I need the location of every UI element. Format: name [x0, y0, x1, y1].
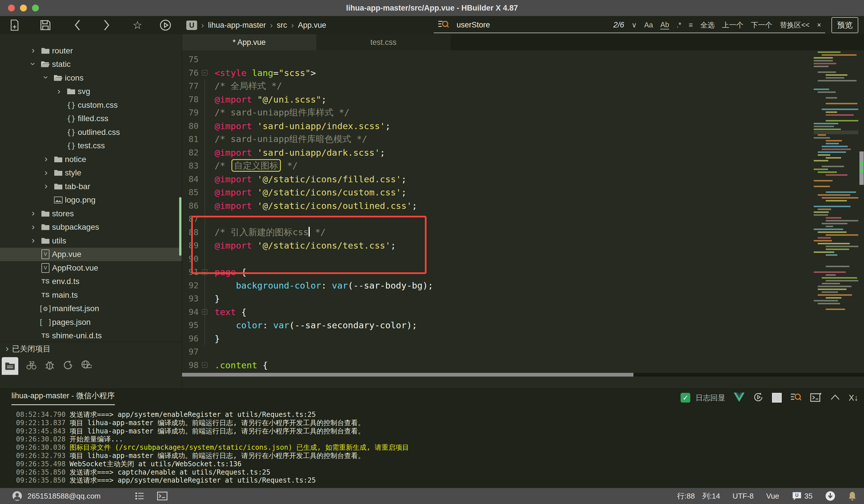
- search-input[interactable]: userStore: [457, 21, 490, 29]
- tab-app-vue[interactable]: * App.vue: [182, 34, 316, 50]
- tree-item-pages.json[interactable]: [ ]pages.json: [0, 315, 182, 329]
- minimap[interactable]: [814, 49, 858, 317]
- outline-list-icon[interactable]: [135, 492, 145, 500]
- cursor-line-indicator[interactable]: 行:88: [677, 491, 695, 501]
- tree-item-router[interactable]: ›router: [0, 44, 182, 58]
- code-line-95[interactable]: 95 color: var(--sar-secondary-color);: [182, 319, 810, 332]
- debug-view-button[interactable]: [40, 360, 59, 370]
- back-button[interactable]: [71, 19, 84, 32]
- chevron-right-icon[interactable]: ›: [27, 45, 39, 56]
- tree-item-test.css[interactable]: {}test.css: [0, 139, 182, 153]
- tree-item-shime-uni.d.ts[interactable]: TSshime-uni.d.ts: [0, 329, 182, 342]
- code-line-82[interactable]: 82@import 'sard-uniapp/dark.scss';: [182, 146, 810, 159]
- code-line-77[interactable]: 77/* 全局样式 */: [182, 80, 810, 93]
- account-icon[interactable]: [12, 491, 22, 501]
- code-line-91[interactable]: 91−page {: [182, 265, 810, 279]
- breadcrumb-file[interactable]: App.vue: [298, 21, 326, 30]
- code-line-94[interactable]: 94−text {: [182, 305, 810, 319]
- chevron-right-icon[interactable]: ›: [40, 154, 52, 164]
- log-echo-checkbox[interactable]: ✓: [681, 393, 690, 403]
- code-line-81[interactable]: 81/* sard-uniapp组件库暗色模式 */: [182, 133, 810, 146]
- run-button[interactable]: [159, 19, 172, 32]
- code-line-75[interactable]: 75: [182, 53, 810, 66]
- new-file-button[interactable]: [8, 19, 21, 32]
- code-line-84[interactable]: 84@import '@/static/icons/filled.css';: [182, 172, 810, 186]
- code-line-88[interactable]: 88/* 引入新建的图标css */: [182, 226, 810, 239]
- code-line-78[interactable]: 78@import "@/uni.scss";: [182, 93, 810, 106]
- tree-item-stores[interactable]: ›stores: [0, 207, 182, 220]
- forward-button[interactable]: [100, 19, 113, 32]
- tree-item-notice[interactable]: ›notice: [0, 153, 182, 166]
- messages-button[interactable]: U 35: [792, 491, 813, 501]
- tree-item-manifest.json[interactable]: [⚙]manifest.json: [0, 302, 182, 316]
- chevron-right-icon[interactable]: ›: [27, 235, 39, 245]
- select-all-button[interactable]: 全选: [700, 20, 715, 30]
- tree-item-main.ts[interactable]: TSmain.ts: [0, 288, 182, 302]
- tree-item-env.d.ts[interactable]: TSenv.d.ts: [0, 275, 182, 289]
- sync-view-button[interactable]: [59, 360, 77, 370]
- terminal-icon[interactable]: [157, 491, 167, 501]
- sidebar-scrollbar[interactable]: [179, 197, 181, 256]
- restart-icon[interactable]: [753, 392, 764, 404]
- stop-button[interactable]: [772, 393, 782, 403]
- tree-item-utils[interactable]: ›utils: [0, 234, 182, 248]
- code-line-97[interactable]: 97: [182, 345, 810, 359]
- closed-projects-row[interactable]: › 已关闭项目: [0, 342, 182, 356]
- code-line-85[interactable]: 85@import '@/static/icons/custom.css';: [182, 186, 810, 199]
- code-line-89[interactable]: 89@import '@/static/icons/test.css';: [182, 239, 810, 252]
- fold-marker-icon[interactable]: −: [199, 269, 211, 275]
- code-line-76[interactable]: 76−<style lang="scss">: [182, 66, 810, 80]
- in-selection-toggle[interactable]: ≡: [689, 21, 693, 29]
- match-case-toggle[interactable]: Aa: [644, 21, 653, 29]
- code-line-83[interactable]: 83/* 自定义图标 */: [182, 159, 810, 172]
- fold-marker-icon[interactable]: −: [199, 70, 211, 75]
- horizontal-scroll-thumb[interactable]: [182, 373, 634, 376]
- tree-item-static[interactable]: ›static: [0, 58, 182, 71]
- code-line-92[interactable]: 92 background-color: var(--sar-body-bg);: [182, 279, 810, 292]
- breadcrumb-folder[interactable]: src: [277, 21, 287, 30]
- tree-item-outlined.css[interactable]: {}outlined.css: [0, 125, 182, 139]
- close-search-icon[interactable]: ×: [817, 21, 821, 29]
- encoding-indicator[interactable]: UTF-8: [733, 492, 754, 501]
- tree-item-App.vue[interactable]: VApp.vue: [0, 248, 182, 261]
- code-line-96[interactable]: 96}: [182, 332, 810, 346]
- code-line-90[interactable]: 90: [182, 252, 810, 266]
- close-console-icon[interactable]: X↓: [849, 393, 858, 403]
- chevron-right-icon[interactable]: ›: [53, 86, 64, 96]
- code-line-87[interactable]: 87: [182, 212, 810, 226]
- code-area[interactable]: 7576−<style lang="scss">77/* 全局样式 */78@i…: [182, 50, 810, 371]
- search-view-button[interactable]: [22, 360, 40, 370]
- notifications-bell-icon[interactable]: [848, 491, 856, 501]
- fold-marker-icon[interactable]: −: [199, 309, 211, 315]
- chevron-down-icon[interactable]: ›: [28, 58, 38, 69]
- collapse-panel-icon[interactable]: [830, 394, 840, 402]
- code-line-80[interactable]: 80@import 'sard-uniapp/index.scss';: [182, 119, 810, 133]
- cursor-column-indicator[interactable]: 列:14: [702, 491, 720, 501]
- code-line-98[interactable]: 98−.content {: [182, 359, 810, 372]
- editor-horizontal-scrollbar[interactable]: [182, 373, 864, 376]
- search-logs-icon[interactable]: [790, 392, 802, 404]
- code-line-86[interactable]: 86@import '@/static/icons/outlined.css';: [182, 199, 810, 213]
- breadcrumb-project[interactable]: lihua-app-master: [208, 21, 266, 30]
- code-line-93[interactable]: 93}: [182, 292, 810, 305]
- replace-toggle-button[interactable]: 替换区<<: [780, 20, 809, 30]
- filetype-indicator[interactable]: Vue: [766, 492, 779, 501]
- fold-marker-icon[interactable]: −: [199, 362, 211, 368]
- tree-item-subpackages[interactable]: ›subpackages: [0, 220, 182, 234]
- chevron-down-icon[interactable]: ›: [41, 72, 51, 83]
- tree-item-style[interactable]: ›style: [0, 166, 182, 180]
- whole-word-toggle[interactable]: Ab: [660, 21, 669, 29]
- regex-toggle[interactable]: .*: [676, 21, 682, 29]
- chevron-right-icon[interactable]: ›: [27, 208, 39, 218]
- tree-item-AppRoot.vue[interactable]: VAppRoot.vue: [0, 261, 182, 275]
- next-match-button[interactable]: 下一个: [751, 20, 772, 30]
- preview-button[interactable]: 预览: [831, 17, 858, 33]
- tree-item-svg[interactable]: ›svg: [0, 85, 182, 99]
- chevron-right-icon[interactable]: ›: [27, 221, 39, 232]
- update-download-icon[interactable]: [825, 491, 836, 501]
- tab-test-css[interactable]: test.css: [316, 34, 451, 50]
- prev-match-button[interactable]: 上一个: [722, 20, 743, 30]
- network-view-button[interactable]: [77, 360, 95, 370]
- chevron-right-icon[interactable]: ›: [40, 181, 52, 191]
- tree-item-filled.css[interactable]: {}filled.css: [0, 112, 182, 126]
